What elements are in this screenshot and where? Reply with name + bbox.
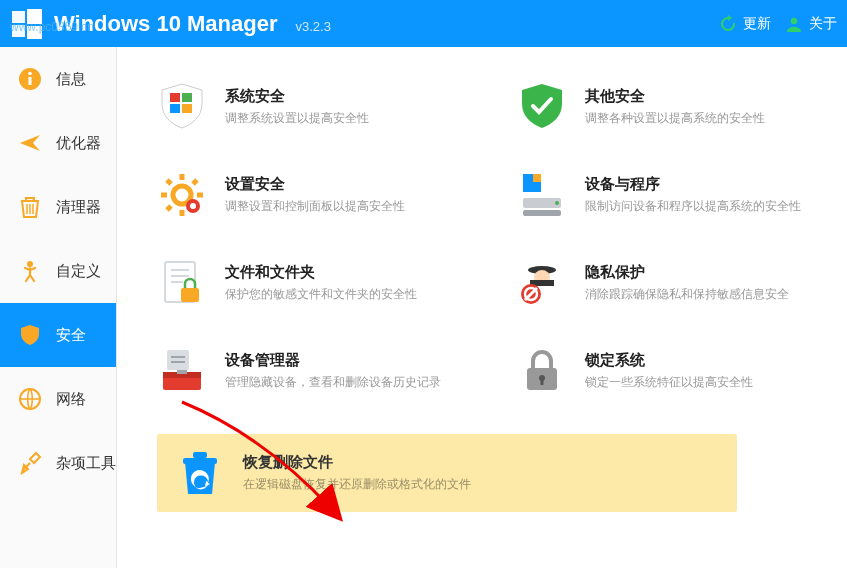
svg-point-22 — [555, 201, 559, 205]
sidebar-item-cleaner[interactable]: 清理器 — [0, 175, 116, 239]
svg-point-9 — [27, 261, 33, 267]
svg-rect-30 — [167, 350, 189, 370]
card-privacy[interactable]: 隐私保护消除跟踪确保隐私和保持敏感信息安全 — [517, 258, 817, 308]
svg-point-8 — [28, 72, 32, 76]
card-desc: 调整各种设置以提高系统的安全性 — [585, 110, 765, 127]
card-recover-deleted[interactable]: 恢复删除文件在逻辑磁盘恢复并还原删除或格式化的文件 — [157, 434, 737, 512]
sidebar-item-label: 网络 — [56, 390, 86, 409]
app-title: Windows 10 Manager — [54, 11, 278, 37]
sidebar-item-customize[interactable]: 自定义 — [0, 239, 116, 303]
card-device-manager[interactable]: 设备管理器管理隐藏设备，查看和删除设备历史记录 — [157, 346, 457, 396]
svg-rect-7 — [29, 77, 32, 85]
card-desc: 调整设置和控制面板以提高安全性 — [225, 198, 405, 215]
card-desc: 锁定一些系统特征以提高安全性 — [585, 374, 753, 391]
app-logo-icon — [10, 7, 44, 41]
sidebar-item-label: 安全 — [56, 326, 86, 345]
svg-rect-38 — [541, 379, 544, 385]
trash-restore-icon — [175, 448, 225, 498]
tools-icon — [18, 451, 42, 475]
card-title: 锁定系统 — [585, 351, 753, 370]
sidebar: 信息 优化器 清理器 自定义 安全 网络 杂项工具 — [0, 47, 117, 568]
card-title: 设备管理器 — [225, 351, 441, 370]
svg-rect-39 — [183, 458, 217, 464]
sidebar-item-label: 优化器 — [56, 134, 101, 153]
device-icon — [517, 170, 567, 220]
sidebar-item-misc[interactable]: 杂项工具 — [0, 431, 116, 495]
info-icon — [18, 67, 42, 91]
card-settings-security[interactable]: 设置安全调整设置和控制面板以提高安全性 — [157, 170, 457, 220]
sidebar-item-info[interactable]: 信息 — [0, 47, 116, 111]
svg-rect-35 — [177, 370, 187, 374]
svg-rect-1 — [27, 9, 42, 24]
card-desc: 限制访问设备和程序以提高系统的安全性 — [585, 198, 801, 215]
update-button[interactable]: 更新 — [719, 15, 771, 33]
user-icon — [785, 15, 803, 33]
shield-check-icon — [517, 82, 567, 132]
svg-rect-40 — [193, 452, 207, 458]
refresh-icon — [719, 15, 737, 33]
content-panel: 系统安全调整系统设置以提高安全性 其他安全调整各种设置以提高系统的安全性 设置安… — [117, 47, 847, 568]
app-version: v3.2.3 — [296, 19, 331, 34]
shield-windows-icon — [157, 82, 207, 132]
sidebar-item-label: 信息 — [56, 70, 86, 89]
sidebar-item-label: 自定义 — [56, 262, 101, 281]
sidebar-item-security[interactable]: 安全 — [0, 303, 116, 367]
document-lock-icon — [157, 258, 207, 308]
svg-rect-14 — [182, 104, 192, 113]
card-title: 系统安全 — [225, 87, 369, 106]
card-desc: 消除跟踪确保隐私和保持敏感信息安全 — [585, 286, 789, 303]
card-title: 恢复删除文件 — [243, 453, 471, 472]
svg-rect-19 — [533, 174, 541, 182]
svg-rect-2 — [12, 25, 25, 37]
title-bar: Windows 10 Manager v3.2.3 更新 关于 — [0, 0, 847, 47]
svg-point-17 — [190, 203, 196, 209]
globe-icon — [18, 387, 42, 411]
svg-rect-0 — [12, 11, 25, 23]
card-title: 其他安全 — [585, 87, 765, 106]
card-title: 设置安全 — [225, 175, 405, 194]
svg-rect-13 — [170, 104, 180, 113]
card-desc: 保护您的敏感文件和文件夹的安全性 — [225, 286, 417, 303]
svg-rect-24 — [181, 288, 199, 302]
toolbox-icon — [157, 346, 207, 396]
card-title: 隐私保护 — [585, 263, 789, 282]
card-system-security[interactable]: 系统安全调整系统设置以提高安全性 — [157, 82, 457, 132]
svg-rect-21 — [523, 210, 561, 216]
card-device-program[interactable]: 设备与程序限制访问设备和程序以提高系统的安全性 — [517, 170, 817, 220]
svg-point-4 — [791, 17, 797, 23]
svg-rect-31 — [171, 356, 185, 358]
card-other-security[interactable]: 其他安全调整各种设置以提高系统的安全性 — [517, 82, 817, 132]
spy-block-icon — [517, 258, 567, 308]
person-icon — [18, 259, 42, 283]
card-title: 设备与程序 — [585, 175, 801, 194]
gear-icon — [157, 170, 207, 220]
card-desc: 在逻辑磁盘恢复并还原删除或格式化的文件 — [243, 476, 471, 493]
card-title: 文件和文件夹 — [225, 263, 417, 282]
trash-icon — [18, 195, 42, 219]
svg-rect-3 — [27, 26, 42, 39]
sidebar-item-label: 杂项工具 — [56, 454, 116, 473]
about-button[interactable]: 关于 — [785, 15, 837, 33]
lock-icon — [517, 346, 567, 396]
card-file-folder[interactable]: 文件和文件夹保护您的敏感文件和文件夹的安全性 — [157, 258, 457, 308]
svg-rect-32 — [171, 361, 185, 363]
card-desc: 管理隐藏设备，查看和删除设备历史记录 — [225, 374, 441, 391]
card-desc: 调整系统设置以提高安全性 — [225, 110, 369, 127]
svg-rect-11 — [170, 93, 180, 102]
card-lock-system[interactable]: 锁定系统锁定一些系统特征以提高安全性 — [517, 346, 817, 396]
sidebar-item-label: 清理器 — [56, 198, 101, 217]
shield-icon — [18, 323, 42, 347]
sidebar-item-network[interactable]: 网络 — [0, 367, 116, 431]
sidebar-item-optimizer[interactable]: 优化器 — [0, 111, 116, 175]
update-label: 更新 — [743, 15, 771, 33]
about-label: 关于 — [809, 15, 837, 33]
svg-rect-12 — [182, 93, 192, 102]
plane-icon — [18, 131, 42, 155]
